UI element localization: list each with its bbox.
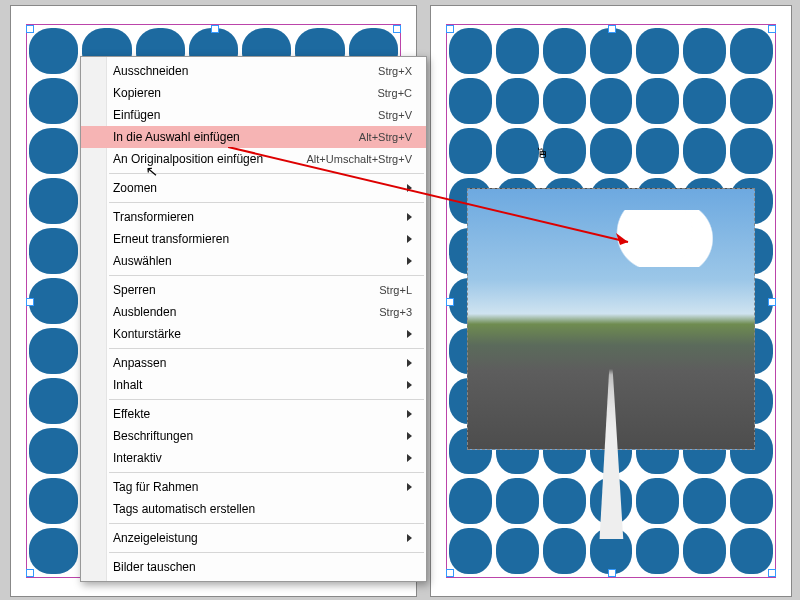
handle-icon[interactable] [26, 298, 34, 306]
shape-cell[interactable] [29, 428, 78, 474]
handle-icon[interactable] [768, 25, 776, 33]
placed-image[interactable] [467, 188, 755, 450]
menu-item[interactable]: EinfügenStrg+V [81, 104, 426, 126]
shape-cell[interactable] [449, 28, 492, 74]
shape-cell[interactable] [543, 128, 586, 174]
menu-item[interactable]: SperrenStrg+L [81, 279, 426, 301]
menu-separator [109, 552, 424, 553]
handle-icon[interactable] [211, 25, 219, 33]
shape-cell[interactable] [29, 78, 78, 124]
shape-cell[interactable] [543, 28, 586, 74]
shape-cell[interactable] [730, 528, 773, 574]
menu-item[interactable]: In die Auswahl einfügenAlt+Strg+V [81, 126, 426, 148]
shape-cell[interactable] [496, 478, 539, 524]
shape-cell[interactable] [29, 278, 78, 324]
shape-cell[interactable] [29, 528, 78, 574]
shape-cell[interactable] [636, 78, 679, 124]
menu-item-shortcut: Strg+3 [379, 306, 412, 318]
selection-frame-right[interactable] [449, 28, 773, 574]
shape-cell[interactable] [636, 528, 679, 574]
menu-item[interactable]: An Originalposition einfügenAlt+Umschalt… [81, 148, 426, 170]
shape-cell[interactable] [730, 478, 773, 524]
shape-cell[interactable] [636, 478, 679, 524]
shape-cell[interactable] [496, 528, 539, 574]
handle-icon[interactable] [608, 25, 616, 33]
shape-cell[interactable] [449, 128, 492, 174]
menu-item[interactable]: Tags automatisch erstellen [81, 498, 426, 520]
shape-cell[interactable] [543, 78, 586, 124]
handle-icon[interactable] [26, 25, 34, 33]
shape-cell[interactable] [590, 28, 633, 74]
menu-item[interactable]: Tag für Rahmen [81, 476, 426, 498]
menu-item[interactable]: Konturstärke [81, 323, 426, 345]
menu-item-label: Beschriftungen [113, 429, 193, 443]
shape-cell[interactable] [496, 78, 539, 124]
menu-item[interactable]: Beschriftungen [81, 425, 426, 447]
handle-icon[interactable] [26, 569, 34, 577]
menu-item-label: Ausschneiden [113, 64, 188, 78]
menu-item[interactable]: Interaktiv [81, 447, 426, 469]
shape-cell[interactable] [496, 28, 539, 74]
shape-cell[interactable] [29, 28, 78, 74]
menu-item[interactable]: Zoomen [81, 177, 426, 199]
submenu-arrow-icon [407, 534, 412, 542]
shape-cell[interactable] [29, 328, 78, 374]
handle-icon[interactable] [446, 298, 454, 306]
shape-cell[interactable] [29, 378, 78, 424]
shape-cell[interactable] [636, 128, 679, 174]
menu-item-label: Anpassen [113, 356, 166, 370]
shape-cell[interactable] [683, 128, 726, 174]
menu-item[interactable]: KopierenStrg+C [81, 82, 426, 104]
menu-item[interactable]: AusblendenStrg+3 [81, 301, 426, 323]
menu-item-label: Erneut transformieren [113, 232, 229, 246]
handle-icon[interactable] [393, 25, 401, 33]
menu-item-label: Effekte [113, 407, 150, 421]
handle-icon[interactable] [446, 569, 454, 577]
menu-item[interactable]: Erneut transformieren [81, 228, 426, 250]
menu-item[interactable]: Bilder tauschen [81, 556, 426, 578]
menu-item[interactable]: Transformieren [81, 206, 426, 228]
shape-cell[interactable] [449, 528, 492, 574]
shape-cell[interactable] [29, 478, 78, 524]
shape-cell[interactable] [636, 28, 679, 74]
context-menu[interactable]: AusschneidenStrg+XKopierenStrg+CEinfügen… [80, 56, 427, 582]
shape-cell[interactable] [449, 478, 492, 524]
shape-cell[interactable] [29, 178, 78, 224]
submenu-arrow-icon [407, 257, 412, 265]
menu-item-label: Anzeigeleistung [113, 531, 198, 545]
shape-cell[interactable] [496, 128, 539, 174]
handle-icon[interactable] [446, 25, 454, 33]
menu-item[interactable]: Anzeigeleistung [81, 527, 426, 549]
menu-separator [109, 523, 424, 524]
menu-separator [109, 399, 424, 400]
page-right[interactable] [430, 5, 792, 597]
shape-cell[interactable] [543, 528, 586, 574]
shape-cell[interactable] [29, 228, 78, 274]
menu-item[interactable]: AusschneidenStrg+X [81, 60, 426, 82]
shape-cell[interactable] [29, 128, 78, 174]
shape-cell[interactable] [590, 78, 633, 124]
shape-cell[interactable] [683, 478, 726, 524]
shape-cell[interactable] [683, 28, 726, 74]
menu-item-label: Auswählen [113, 254, 172, 268]
shape-cell[interactable] [730, 128, 773, 174]
menu-item-shortcut: Alt+Umschalt+Strg+V [307, 153, 412, 165]
shape-cell[interactable] [543, 478, 586, 524]
handle-icon[interactable] [768, 569, 776, 577]
menu-item-label: Kopieren [113, 86, 161, 100]
menu-item-label: Bilder tauschen [113, 560, 196, 574]
shape-cell[interactable] [730, 78, 773, 124]
submenu-arrow-icon [407, 184, 412, 192]
shape-cell[interactable] [730, 28, 773, 74]
menu-item[interactable]: Effekte [81, 403, 426, 425]
shape-cell[interactable] [449, 78, 492, 124]
shape-cell[interactable] [590, 128, 633, 174]
menu-item[interactable]: Inhalt [81, 374, 426, 396]
shape-cell[interactable] [683, 78, 726, 124]
menu-separator [109, 173, 424, 174]
shape-cell[interactable] [683, 528, 726, 574]
handle-icon[interactable] [768, 298, 776, 306]
menu-item[interactable]: Anpassen [81, 352, 426, 374]
menu-item[interactable]: Auswählen [81, 250, 426, 272]
handle-icon[interactable] [608, 569, 616, 577]
